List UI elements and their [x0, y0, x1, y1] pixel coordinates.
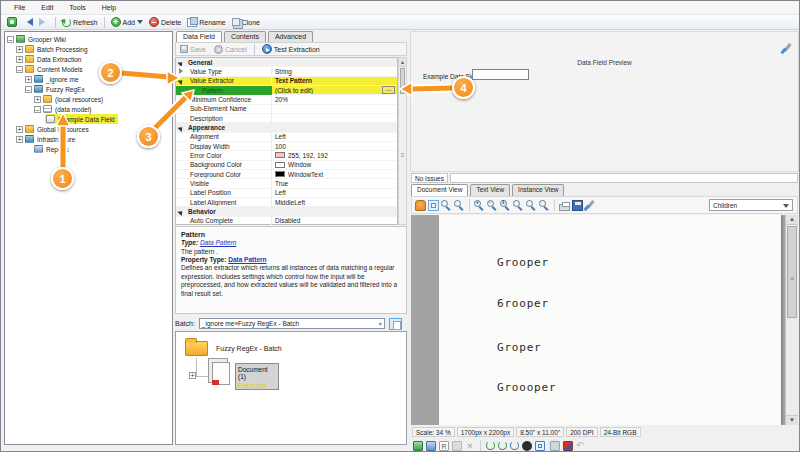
- batch-document-item[interactable]: Document (1) Fuzzy.pdf: [235, 363, 279, 390]
- expand-toggle-icon[interactable]: [189, 372, 196, 379]
- menu-help[interactable]: Help: [94, 3, 124, 12]
- expand-toggle-icon[interactable]: [16, 46, 23, 53]
- property-value[interactable]: String: [272, 67, 397, 76]
- layers-icon[interactable]: [550, 441, 560, 451]
- property-row-foreground-color[interactable]: Foreground Color WindowText: [176, 170, 397, 179]
- property-value[interactable]: [272, 105, 397, 114]
- property-row-pattern[interactable]: Pattern (Click to edit) …: [176, 86, 397, 95]
- rename-button[interactable]: Rename: [184, 17, 228, 28]
- property-value[interactable]: MiddleLeft: [272, 198, 397, 207]
- zoom-actual-size-icon[interactable]: 1: [500, 200, 511, 211]
- zoom-page-icon[interactable]: [454, 200, 465, 211]
- category-row-behavior[interactable]: Behavior: [176, 207, 397, 216]
- batch-folder-icon[interactable]: [185, 341, 208, 356]
- save-image-icon[interactable]: [572, 200, 583, 211]
- property-value[interactable]: True: [272, 179, 397, 188]
- tree-item-data-model[interactable]: (data model): [5, 104, 172, 114]
- document-page[interactable]: Grooper 6rooper Groper Groooper: [439, 215, 781, 425]
- property-type-link[interactable]: Data Pattern: [228, 256, 266, 263]
- delete-button[interactable]: Delete: [146, 16, 184, 28]
- select-region-icon[interactable]: [428, 200, 439, 211]
- property-value[interactable]: (Click to edit): [275, 87, 313, 94]
- zoom-in-icon[interactable]: +: [474, 200, 485, 211]
- batch-view-toggle-button[interactable]: [389, 318, 402, 330]
- expand-toggle-icon[interactable]: [34, 96, 41, 103]
- property-row-description[interactable]: Description: [176, 114, 397, 123]
- expand-toggle-icon[interactable]: [16, 136, 23, 143]
- document-thumbnail-icon[interactable]: [212, 362, 230, 385]
- property-value[interactable]: Left: [272, 189, 397, 198]
- property-row-label-position[interactable]: Label Position Left: [176, 189, 397, 198]
- cancel-button[interactable]: Cancel: [210, 45, 251, 54]
- tab-data-field[interactable]: Data Field: [176, 31, 222, 42]
- tree-item-grooper-wiki[interactable]: Grooper Wiki: [5, 34, 172, 44]
- pan-hand-icon[interactable]: [415, 200, 426, 211]
- batch-filter-icon[interactable]: ▾: [379, 320, 382, 327]
- property-value[interactable]: Disabled: [272, 217, 397, 226]
- expand-toggle-icon[interactable]: [16, 56, 23, 63]
- example-data-field-input[interactable]: [472, 69, 529, 80]
- collapse-icon[interactable]: [177, 77, 186, 86]
- property-row-label-alignment[interactable]: Label Alignment MiddleLeft: [176, 198, 397, 207]
- refresh-button[interactable]: Refresh: [59, 17, 101, 28]
- tree-item-content-models[interactable]: Content Models: [5, 64, 172, 74]
- property-row-display-width[interactable]: Display Width 100: [176, 142, 397, 151]
- tab-instance-view[interactable]: Instance View: [512, 184, 564, 196]
- tab-contents[interactable]: Contents: [224, 31, 266, 42]
- collapse-toggle-icon[interactable]: [25, 86, 32, 93]
- property-row-visible[interactable]: Visible True: [176, 179, 397, 188]
- scroll-down-icon[interactable]: ▼: [786, 415, 798, 425]
- tree-item-fuzzy-regex[interactable]: Fuzzy RegEx: [5, 84, 172, 94]
- menu-tools[interactable]: Tools: [61, 3, 93, 12]
- property-value[interactable]: Window: [288, 161, 311, 168]
- zoom-height-icon[interactable]: [539, 200, 550, 211]
- property-row-error-color[interactable]: Error Color 255, 192, 192: [176, 151, 397, 160]
- type-link[interactable]: Data Pattern: [200, 239, 237, 246]
- rotate-right-icon[interactable]: [486, 441, 495, 450]
- collapse-toggle-icon[interactable]: [7, 36, 14, 43]
- scroll-up-icon[interactable]: ▲: [786, 215, 798, 225]
- expand-icon[interactable]: [179, 68, 186, 74]
- property-row-sub-element-name[interactable]: Sub-Element Name: [176, 105, 397, 114]
- viewer-settings-icon[interactable]: [585, 200, 596, 211]
- zoom-fit-icon[interactable]: [513, 200, 524, 211]
- property-value[interactable]: 100: [272, 142, 397, 151]
- export-image-icon[interactable]: [413, 441, 423, 451]
- zoom-selection-icon[interactable]: [441, 200, 452, 211]
- property-row-auto-complete[interactable]: Auto Complete Disabled: [176, 217, 397, 226]
- color-flag-icon[interactable]: [563, 441, 573, 451]
- zoom-width-icon[interactable]: [526, 200, 537, 211]
- property-row-value-type[interactable]: Value Type String: [176, 67, 397, 76]
- batch-combo[interactable]: _ignore me»Fuzzy RegEx - Batch ▾: [199, 318, 385, 329]
- save-button[interactable]: Save: [176, 45, 210, 53]
- root-node-button[interactable]: [4, 16, 20, 28]
- property-row-alignment[interactable]: Alignment Left: [176, 133, 397, 142]
- sync-icon[interactable]: [510, 441, 519, 450]
- menu-file[interactable]: File: [6, 3, 33, 12]
- navigate-back-button[interactable]: [20, 17, 36, 27]
- menu-edit[interactable]: Edit: [33, 3, 61, 12]
- test-extraction-button[interactable]: Test Extraction: [258, 44, 324, 54]
- property-value[interactable]: Text Pattern: [272, 77, 397, 86]
- property-value[interactable]: [272, 114, 397, 123]
- tree-item-batch-processing[interactable]: Batch Processing: [5, 44, 172, 54]
- category-row-general[interactable]: General: [176, 58, 397, 67]
- property-grid-scrollbar[interactable]: ▲ ≡: [398, 57, 407, 225]
- property-value[interactable]: 255, 192, 192: [288, 152, 328, 159]
- tab-document-view[interactable]: Document View: [411, 184, 468, 196]
- tab-advanced[interactable]: Advanced: [268, 31, 313, 42]
- property-value[interactable]: WindowText: [288, 171, 323, 178]
- recognize-icon[interactable]: R: [439, 441, 449, 451]
- crop-icon[interactable]: [535, 441, 545, 451]
- scrollbar-thumb[interactable]: ≡: [787, 226, 797, 318]
- tree-item-ignore-me[interactable]: _ignore me: [5, 74, 172, 84]
- pattern-edit-ellipsis-button[interactable]: …: [382, 86, 395, 94]
- property-value[interactable]: Left: [272, 133, 397, 142]
- zoom-out-icon[interactable]: -: [487, 200, 498, 211]
- property-row-background-color[interactable]: Background Color Window: [176, 161, 397, 170]
- property-row-value-extractor[interactable]: Value Extractor Text Pattern: [176, 77, 397, 86]
- scrollbar-thumb[interactable]: [400, 68, 405, 94]
- expand-toggle-icon[interactable]: [16, 126, 23, 133]
- clone-button[interactable]: Clone: [229, 17, 263, 27]
- rotate-left-icon[interactable]: [498, 441, 507, 450]
